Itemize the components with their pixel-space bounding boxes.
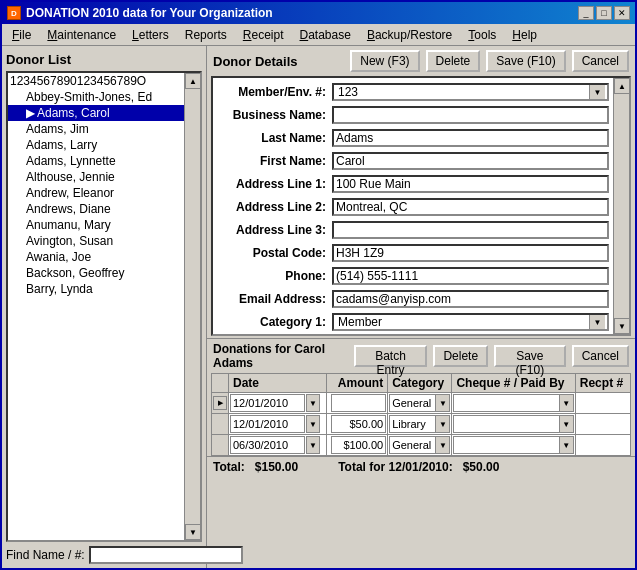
menu-help[interactable]: Help xyxy=(504,26,545,44)
cheque-input-1[interactable]: ▼ xyxy=(453,394,573,412)
cheque-input-2[interactable]: ▼ xyxy=(453,415,573,433)
date-dropdown-1[interactable]: ▼ xyxy=(306,394,320,412)
list-item[interactable]: Backson, Geoffrey xyxy=(8,265,184,281)
menu-receipt[interactable]: Receipt xyxy=(235,26,292,44)
form-scrollbar[interactable]: ▲ ▼ xyxy=(613,78,629,334)
category-arrow-1[interactable]: ▼ xyxy=(435,395,449,411)
cheque-arrow-1[interactable]: ▼ xyxy=(559,395,573,411)
list-item[interactable]: Adams, Lynnette xyxy=(8,153,184,169)
member-env-value: 123 xyxy=(336,85,589,99)
donations-delete-button[interactable]: Delete xyxy=(433,345,488,367)
list-item[interactable]: Andrews, Diane xyxy=(8,201,184,217)
date-dropdown-2[interactable]: ▼ xyxy=(306,415,320,433)
menu-backup[interactable]: Backup/Restore xyxy=(359,26,460,44)
menu-file[interactable]: File xyxy=(4,26,39,44)
minimize-button[interactable]: _ xyxy=(578,6,594,20)
maximize-button[interactable]: □ xyxy=(596,6,612,20)
cheque-arrow-3[interactable]: ▼ xyxy=(559,437,573,453)
form-content: Member/Env. #: 123 ▼ Business Name: Last… xyxy=(213,78,629,336)
list-item[interactable]: Abbey-Smith-Jones, Ed xyxy=(8,89,184,105)
address3-row: Address Line 3: xyxy=(217,220,609,240)
menu-tools[interactable]: Tools xyxy=(460,26,504,44)
table-row: ▼ Library ▼ xyxy=(212,414,631,435)
donations-save-button[interactable]: Save (F10) xyxy=(494,345,566,367)
list-item[interactable]: Althouse, Jennie xyxy=(8,169,184,185)
category-select-1[interactable]: General ▼ xyxy=(389,394,450,412)
main-content: Donor List 1234567890123456789O Abbey-Sm… xyxy=(2,46,635,568)
first-name-input[interactable] xyxy=(332,152,609,170)
list-item[interactable]: Anumanu, Mary xyxy=(8,217,184,233)
new-button[interactable]: New (F3) xyxy=(350,50,419,72)
recpt-cell-2 xyxy=(575,414,630,435)
member-env-select[interactable]: 123 ▼ xyxy=(332,83,609,101)
find-name-row: Find Name / #: xyxy=(6,546,202,564)
save-button[interactable]: Save (F10) xyxy=(486,50,565,72)
cheque-arrow-2[interactable]: ▼ xyxy=(559,416,573,432)
donor-form[interactable]: Member/Env. #: 123 ▼ Business Name: Last… xyxy=(211,76,631,336)
cheque-column-header: Cheque # / Paid By xyxy=(452,374,575,393)
menu-reports[interactable]: Reports xyxy=(177,26,235,44)
email-input[interactable] xyxy=(332,290,609,308)
donations-title: Donations for Carol Adams xyxy=(213,342,348,370)
close-button[interactable]: ✕ xyxy=(614,6,630,20)
title-bar: D DONATION 2010 data for Your Organizati… xyxy=(2,2,635,24)
donor-list-scrollbar[interactable]: ▲ ▼ xyxy=(184,73,200,540)
list-item[interactable]: Adams, Jim xyxy=(8,121,184,137)
scroll-down-button[interactable]: ▼ xyxy=(185,524,201,540)
list-item[interactable]: Awania, Joe xyxy=(8,249,184,265)
batch-entry-button[interactable]: Batch Entry xyxy=(354,345,428,367)
category1-dropdown-arrow[interactable]: ▼ xyxy=(589,315,605,329)
scroll-up-button[interactable]: ▲ xyxy=(185,73,201,89)
donor-list-title: Donor List xyxy=(6,50,202,71)
amount-input-1[interactable] xyxy=(331,394,386,412)
postal-code-input[interactable] xyxy=(332,244,609,262)
address2-input[interactable] xyxy=(332,198,609,216)
form-scroll-up[interactable]: ▲ xyxy=(614,78,630,94)
list-item[interactable]: Barry, Lynda xyxy=(8,281,184,297)
category-arrow-3[interactable]: ▼ xyxy=(435,437,449,453)
menu-maintenance[interactable]: Maintenance xyxy=(39,26,124,44)
donor-list-container[interactable]: 1234567890123456789O Abbey-Smith-Jones, … xyxy=(6,71,202,542)
category-value-1: General xyxy=(390,397,435,409)
business-name-input[interactable] xyxy=(332,106,609,124)
category1-select[interactable]: Member ▼ xyxy=(332,313,609,331)
category1-label: Category 1: xyxy=(217,315,332,329)
row-selector-header xyxy=(212,374,229,393)
menu-database[interactable]: Database xyxy=(292,26,359,44)
list-item[interactable]: Andrew, Eleanor xyxy=(8,185,184,201)
form-scroll-down[interactable]: ▼ xyxy=(614,318,630,334)
recpt-input-2[interactable] xyxy=(577,415,617,433)
donations-cancel-button[interactable]: Cancel xyxy=(572,345,629,367)
date-input-2[interactable] xyxy=(230,415,305,433)
member-env-dropdown-arrow[interactable]: ▼ xyxy=(589,85,605,99)
address3-input[interactable] xyxy=(332,221,609,239)
date-input-1[interactable] xyxy=(230,394,305,412)
list-item[interactable]: 1234567890123456789O xyxy=(8,73,184,89)
list-item[interactable]: Adams, Larry xyxy=(8,137,184,153)
date-input-3[interactable] xyxy=(230,436,305,454)
list-item-selected[interactable]: ▶Adams, Carol xyxy=(8,105,184,121)
date-cell-2: ▼ xyxy=(229,414,327,435)
recpt-input-1[interactable] xyxy=(577,394,617,412)
address1-input[interactable] xyxy=(332,175,609,193)
totals-row: Total: $150.00 Total for 12/01/2010: $50… xyxy=(207,456,635,477)
amount-input-2[interactable] xyxy=(331,415,386,433)
menu-letters[interactable]: Letters xyxy=(124,26,177,44)
category-select-2[interactable]: Library ▼ xyxy=(389,415,450,433)
date-dropdown-3[interactable]: ▼ xyxy=(306,436,320,454)
recpt-input-3[interactable] xyxy=(577,436,617,454)
cheque-input-3[interactable]: ▼ xyxy=(453,436,573,454)
cancel-button[interactable]: Cancel xyxy=(572,50,629,72)
category-arrow-2[interactable]: ▼ xyxy=(435,416,449,432)
date-cell-1: ▼ xyxy=(229,393,327,414)
business-name-row: Business Name: xyxy=(217,105,609,125)
last-name-input[interactable] xyxy=(332,129,609,147)
amount-input-3[interactable] xyxy=(331,436,386,454)
delete-button[interactable]: Delete xyxy=(426,50,481,72)
donations-table: Date Amount Category Cheque # / Paid By … xyxy=(211,373,631,456)
donations-panel: Donations for Carol Adams Batch Entry De… xyxy=(207,338,635,477)
phone-input[interactable] xyxy=(332,267,609,285)
list-item[interactable]: Avington, Susan xyxy=(8,233,184,249)
category-select-3[interactable]: General ▼ xyxy=(389,436,450,454)
window-controls: _ □ ✕ xyxy=(578,6,630,20)
